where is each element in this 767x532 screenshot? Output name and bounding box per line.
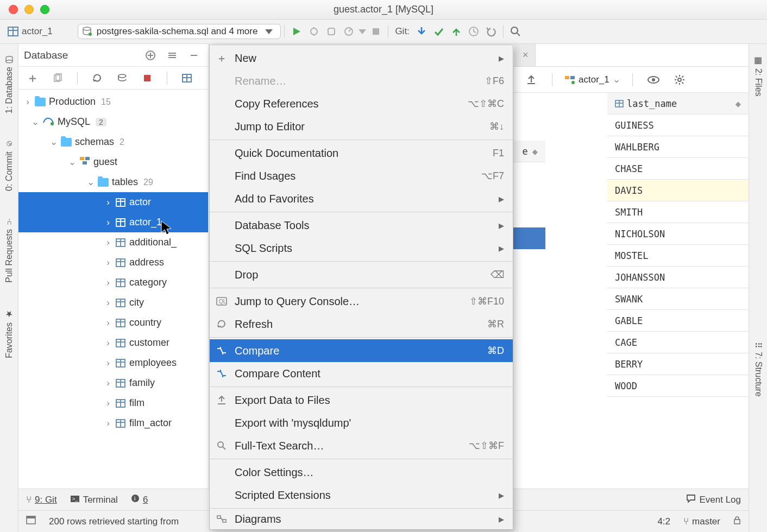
settings-button[interactable] — [672, 73, 687, 87]
menu-compare-content[interactable]: Compare Content — [210, 362, 513, 385]
menu-drop[interactable]: Drop ⌫ — [210, 263, 513, 286]
table-cell[interactable]: CHASE — [607, 158, 749, 180]
tree-node-table[interactable]: › city — [18, 293, 208, 313]
structure-tool-tab[interactable]: ⠿ 7: Structure — [753, 335, 763, 403]
menu-scripted-extensions[interactable]: Scripted Extensions ▸ — [210, 484, 513, 506]
table-icon — [115, 217, 126, 228]
breadcrumb[interactable]: actor_1 — [8, 26, 53, 37]
schema-selector[interactable]: actor_1 ⌄ — [564, 74, 620, 85]
close-tab-icon[interactable]: × — [523, 49, 529, 61]
menu-jump-to-editor[interactable]: Jump to Editor ⌘↓ — [210, 115, 513, 138]
problems-tool-tab[interactable]: i 6 — [131, 494, 148, 505]
tree-node-table[interactable]: › employees — [18, 353, 208, 373]
search-everywhere-button[interactable] — [508, 24, 523, 39]
table-cell[interactable]: GUINESS — [607, 115, 749, 136]
folder-icon — [98, 178, 109, 187]
menu-export-data-to-files[interactable]: Export Data to Files — [210, 389, 513, 411]
view-button[interactable] — [646, 73, 661, 87]
table-cell[interactable]: GABLE — [607, 310, 749, 332]
git-push-button[interactable] — [449, 24, 463, 39]
tree-node-production[interactable]: › Production 15 — [18, 92, 208, 112]
tree-node-table[interactable]: › family — [18, 373, 208, 393]
new-button[interactable]: ＋ — [26, 71, 40, 85]
menu-full-text-search[interactable]: Full-Text Search… ⌥⇧⌘F — [210, 434, 513, 457]
git-branch-widget[interactable]: ⑂ master — [683, 516, 720, 527]
rollback-button[interactable] — [484, 24, 498, 39]
menu-copy-references[interactable]: Copy References ⌥⇧⌘C — [210, 92, 513, 115]
database-tree[interactable]: › Production 15 ⌄ MySQL 2 ⌄ schemas 2 ⌄ … — [18, 90, 208, 435]
favorites-tool-tab[interactable]: Favorites ★ — [4, 302, 14, 365]
tree-node-table[interactable]: › category — [18, 273, 208, 293]
sync-button[interactable] — [115, 71, 129, 85]
tree-node-table[interactable]: › address — [18, 252, 208, 273]
tree-node-table[interactable]: › film — [18, 393, 208, 413]
tree-node-table[interactable]: › additional_ — [18, 232, 208, 252]
git-commit-button[interactable] — [432, 24, 446, 39]
tree-node-table[interactable]: › actor — [18, 192, 208, 212]
commit-tool-tab[interactable]: 0: Commit ⎋ — [4, 133, 14, 198]
database-tool-tab[interactable]: 1: Database — [4, 48, 14, 120]
table-cell[interactable]: BERRY — [607, 353, 749, 375]
menu-quick-documentation[interactable]: Quick Documentation F1 — [210, 142, 513, 164]
tree-node-guest[interactable]: ⌄ guest — [18, 152, 208, 172]
view-as-button[interactable] — [180, 71, 194, 85]
files-tool-tab[interactable]: ▦ 2: Files — [753, 48, 763, 103]
refresh-button[interactable] — [90, 71, 104, 85]
tree-node-table[interactable]: › country — [18, 313, 208, 333]
table-cell[interactable]: MOSTEL — [607, 245, 749, 267]
lock-icon[interactable] — [733, 516, 741, 527]
menu-export-mysqldump[interactable]: Export with 'mysqldump' — [210, 411, 513, 434]
table-cell[interactable]: DAVIS — [607, 180, 749, 201]
table-cell[interactable]: CAGE — [607, 332, 749, 353]
tree-node-schemas[interactable]: ⌄ schemas 2 — [18, 132, 208, 152]
menu-find-usages[interactable]: Find Usages ⌥F7 — [210, 164, 513, 187]
menu-sql-scripts[interactable]: SQL Scripts ▸ — [210, 237, 513, 259]
menu-add-to-favorites[interactable]: Add to Favorites ▸ — [210, 187, 513, 210]
caret-position[interactable]: 4:2 — [657, 516, 670, 527]
table-cell[interactable]: SMITH — [607, 201, 749, 223]
profiler-button[interactable] — [342, 24, 356, 39]
hide-panel-button[interactable] — [187, 48, 201, 62]
collapse-all-button[interactable] — [165, 48, 179, 62]
tree-node-tables[interactable]: ⌄ tables 29 — [18, 172, 208, 192]
table-cell[interactable]: JOHANSSON — [607, 267, 749, 288]
stop-button[interactable] — [140, 71, 154, 85]
tree-node-table[interactable]: › film_actor — [18, 413, 208, 433]
table-cell[interactable]: SWANK — [607, 288, 749, 310]
run-with-coverage-button[interactable] — [324, 24, 338, 39]
tree-node-table[interactable]: › customer — [18, 333, 208, 353]
table-cell[interactable]: WOOD — [607, 375, 749, 397]
tool-windows-button[interactable] — [26, 516, 36, 527]
table-cell[interactable]: WAHLBERG — [607, 136, 749, 158]
menu-diagrams[interactable]: Diagrams ▸ — [210, 510, 513, 528]
editor-tab[interactable]: × — [514, 44, 536, 66]
run-button[interactable] — [290, 24, 304, 39]
menu-refresh[interactable]: Refresh ⌘R — [210, 313, 513, 335]
debug-button[interactable] — [307, 24, 321, 39]
terminal-tool-tab[interactable]: >_ Terminal — [70, 495, 118, 505]
run-configuration-dropdown[interactable]: postgres-sakila-schema.sql and 4 more — [78, 24, 281, 39]
git-update-button[interactable] — [414, 24, 429, 39]
tree-node-label: film — [129, 397, 144, 409]
git-tool-tab[interactable]: ⑂ 9: Git — [26, 495, 57, 505]
stop-button[interactable] — [369, 24, 383, 39]
menu-new[interactable]: ＋ New ▸ — [210, 47, 513, 69]
tree-node-mysql[interactable]: ⌄ MySQL 2 — [18, 112, 208, 132]
git-history-button[interactable] — [467, 24, 481, 39]
table-icon — [115, 197, 126, 208]
menu-compare[interactable]: Compare ⌘D — [210, 339, 513, 362]
add-datasource-button[interactable] — [143, 48, 158, 62]
menu-color-settings[interactable]: Color Settings… — [210, 461, 513, 484]
export-button[interactable] — [524, 73, 538, 87]
svg-text:i: i — [134, 495, 135, 502]
duplicate-button[interactable] — [51, 71, 65, 85]
menu-jump-to-query-console[interactable]: QL Jump to Query Console… ⇧⌘F10 — [210, 290, 513, 313]
table-cell[interactable]: NICHOLSON — [607, 223, 749, 245]
pull-requests-tool-tab[interactable]: Pull Requests ⑂ — [4, 211, 14, 289]
tree-node-table[interactable]: › actor_1 — [18, 212, 208, 232]
event-log-tool-tab[interactable]: Event Log — [686, 494, 741, 505]
svg-rect-12 — [373, 28, 379, 35]
svg-rect-33 — [85, 157, 90, 160]
menu-database-tools[interactable]: Database Tools ▸ — [210, 214, 513, 237]
column-header-last-name[interactable]: last_name ◆ — [607, 93, 749, 115]
